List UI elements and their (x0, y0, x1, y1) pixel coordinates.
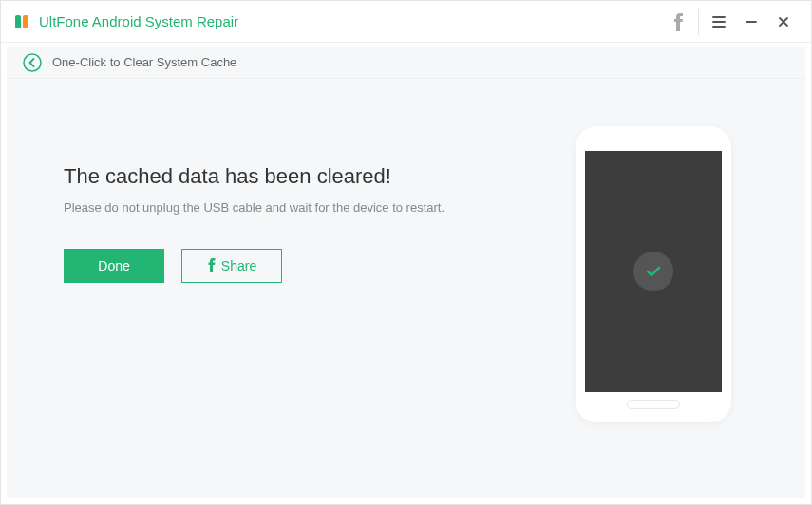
breadcrumb-bar: One-Click to Clear System Cache (7, 47, 805, 79)
facebook-icon[interactable] (662, 6, 694, 38)
menu-icon[interactable] (703, 6, 735, 38)
success-subtext: Please do not unplug the USB cable and w… (64, 200, 558, 215)
svg-rect-0 (15, 15, 21, 28)
svg-rect-1 (23, 15, 28, 28)
button-row: Done Share (64, 249, 558, 283)
checkmark-circle (633, 252, 673, 291)
done-button-label: Done (98, 258, 129, 273)
done-button[interactable]: Done (64, 249, 164, 283)
titlebar-right (662, 6, 800, 38)
close-icon[interactable] (767, 6, 800, 38)
facebook-share-icon (207, 257, 216, 275)
success-heading: The cached data has been cleared! (64, 164, 558, 189)
phone-mockup (576, 126, 731, 422)
titlebar-divider (698, 9, 699, 35)
app-window: UltFone Android System Repair One (0, 0, 812, 505)
content-area: The cached data has been cleared! Please… (7, 79, 805, 498)
breadcrumb-text: One-Click to Clear System Cache (52, 55, 236, 69)
left-content: The cached data has been cleared! Please… (64, 126, 558, 451)
right-content (558, 126, 748, 451)
checkmark-icon (643, 261, 664, 282)
svg-point-2 (24, 54, 41, 71)
phone-screen (585, 151, 722, 392)
phone-home-button (627, 400, 680, 409)
share-button[interactable]: Share (181, 249, 282, 283)
minimize-icon[interactable] (735, 6, 767, 38)
share-button-label: Share (221, 258, 256, 273)
titlebar: UltFone Android System Repair (1, 1, 811, 43)
app-logo-icon (12, 12, 31, 31)
titlebar-left: UltFone Android System Repair (12, 12, 662, 31)
app-title: UltFone Android System Repair (39, 13, 238, 29)
back-button[interactable] (22, 52, 43, 73)
